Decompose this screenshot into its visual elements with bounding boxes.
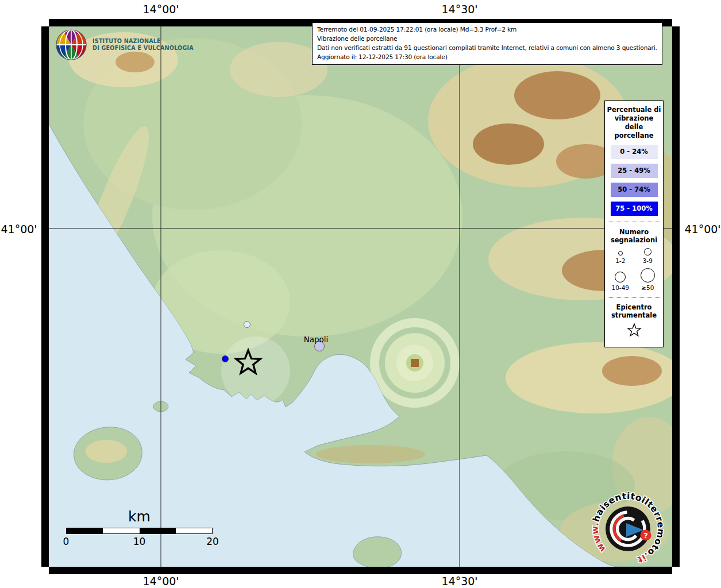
report-size-circle: [641, 268, 655, 283]
ingv-name-line2: DI GEOFISICA E VULCANOLOGIA: [92, 45, 194, 52]
frame-corner: [672, 567, 680, 574]
coord-label-bottom-right: 14°30': [441, 575, 477, 587]
legend-panel: Percentuale di vibrazione delle porcella…: [604, 100, 664, 347]
epicenter-section-title: Epicentro strumentale: [607, 303, 661, 320]
frame-corner: [672, 19, 680, 26]
report-marker-blue: [222, 356, 229, 362]
coord-label-right: 41°00': [684, 223, 720, 235]
ingv-logo: ISTITUTO NAZIONALE DI GEOFISICA E VULCAN…: [55, 29, 194, 61]
legend-class-label: 0 - 24%: [620, 148, 647, 156]
event-title-box: Terremoto del 01-09-2025 17:22:01 (ora l…: [312, 22, 662, 65]
legend-class-25-49: 25 - 49%: [611, 164, 658, 178]
ingv-globe-icon: [55, 29, 87, 61]
reports-section-title: Numero segnalazioni: [607, 228, 661, 245]
report-size-item: 3-9: [634, 248, 662, 264]
legend-class-label: 75 - 100%: [615, 204, 652, 212]
report-size-item: 1-2: [607, 248, 634, 264]
legend-title: Percentuale di vibrazione delle porcella…: [607, 106, 661, 140]
vesuvius: [375, 323, 455, 403]
legend-class-0-24: 0 - 24%: [611, 145, 658, 159]
event-title-line1: Terremoto del 01-09-2025 17:22:01 (ora l…: [317, 25, 657, 34]
macroseismic-map-page: { "header": { "line1": "Terremoto del 01…: [0, 0, 721, 588]
legend-class-50-74: 50 - 74%: [611, 183, 658, 197]
scale-segment: [176, 528, 212, 533]
coord-label-left: 41°00': [1, 223, 37, 235]
ingv-name-line1: ISTITUTO NAZIONALE: [92, 38, 194, 45]
report-size-item: 10-49: [607, 268, 634, 291]
frame-corner: [41, 567, 49, 574]
report-size-label: 1-2: [615, 257, 625, 264]
city-label-napoli: Napoli: [304, 335, 329, 344]
legend-divider: [608, 297, 660, 297]
legend-divider: [608, 222, 660, 222]
coord-label-bottom-left: 14°00': [142, 575, 179, 587]
report-size-circle: [644, 248, 651, 256]
scale-bar-segments: [66, 528, 213, 534]
report-size-circle: [615, 272, 626, 283]
scale-tick-10: 10: [133, 536, 146, 547]
scale-segment: [140, 528, 176, 533]
frame-corner: [41, 19, 49, 26]
scale-segment: [103, 528, 139, 533]
event-title-line3: Dati non verificati estratti da 91 quest…: [317, 44, 657, 53]
report-size-circle: [618, 251, 623, 256]
scale-unit-label: km: [66, 508, 213, 525]
epicenter-star-icon: [607, 322, 661, 341]
haisentito-logo: ? www.haisentitoilterremoto.it: [591, 492, 665, 568]
legend-class-75-100: 75 - 100%: [611, 202, 658, 216]
report-size-item: ≥50: [634, 268, 662, 291]
report-marker-small: [244, 322, 250, 328]
report-size-label: ≥50: [641, 284, 654, 291]
coord-label-top-left: 14°00': [142, 3, 179, 16]
scale-segment: [67, 528, 103, 533]
report-size-key: 1-2 3-9 10-49 ≥50: [607, 248, 661, 291]
legend-class-label: 50 - 74%: [618, 185, 650, 194]
event-title-line4: Aggiornato il: 12-12-2025 17:30 (ora loc…: [317, 53, 657, 62]
scale-ticks: 0 10 20: [66, 536, 213, 548]
map-canvas: Napoli: [49, 26, 672, 567]
coord-label-top-right: 14°30': [441, 3, 477, 16]
scale-tick-20: 20: [206, 536, 219, 547]
report-size-label: 3-9: [643, 257, 653, 264]
scale-tick-0: 0: [63, 536, 70, 547]
legend-class-label: 25 - 49%: [618, 167, 650, 175]
logo-question-mark: ?: [643, 531, 648, 540]
report-size-label: 10-49: [611, 284, 629, 291]
event-title-line2: Vibrazione delle porcellane: [317, 34, 657, 44]
watermark-www: www.: [591, 521, 608, 554]
scale-bar: km 0 10 20: [66, 508, 213, 548]
